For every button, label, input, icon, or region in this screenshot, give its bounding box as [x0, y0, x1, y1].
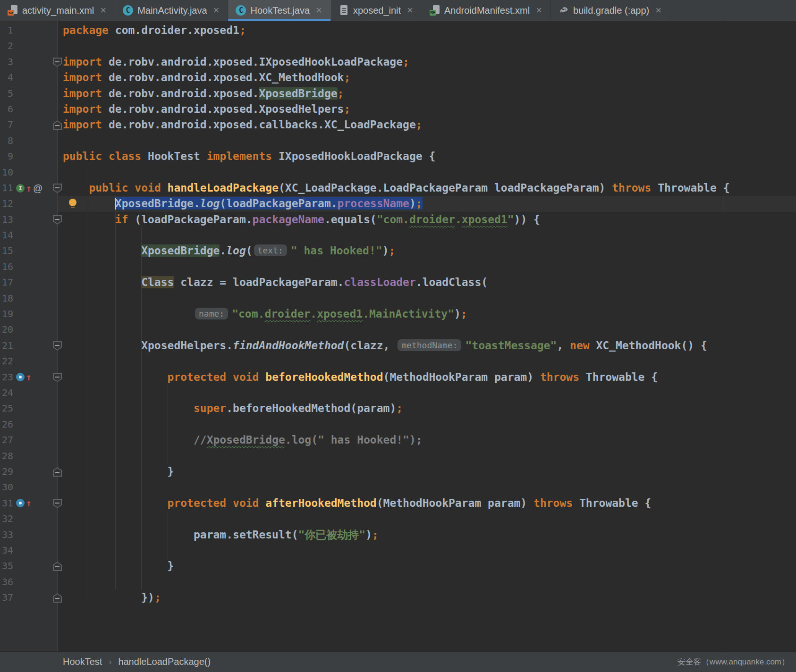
code-line-19[interactable]: name:"com.droider.xposed1.MainActivity")… — [0, 306, 796, 322]
code-token — [259, 371, 265, 383]
code-token: de.robv.android.xposed.callbacks.XC_Load… — [102, 118, 416, 131]
code-token: classLoader — [344, 276, 415, 288]
code-line-37[interactable]: }); — [0, 590, 796, 605]
code-line-25[interactable]: super.beforeHookedMethod(param); — [0, 401, 796, 416]
code-line-32[interactable] — [0, 511, 796, 527]
code-token: , — [557, 339, 570, 352]
close-tab-icon[interactable]: × — [212, 6, 220, 15]
code-token: class — [109, 150, 141, 162]
code-token: ; — [396, 402, 403, 414]
code-line-14[interactable] — [0, 227, 796, 243]
code-token: .equals( — [324, 213, 377, 226]
editor-tab-bar: <>activity_main.xml×CMainActivity.java×C… — [0, 0, 796, 21]
code-token: findAndHookMethod — [233, 339, 344, 352]
code-token: ) — [365, 529, 372, 541]
code-line-27[interactable]: //XposedBridge.log(" has Hooked!"); — [0, 432, 796, 448]
tab-androidmanifest-xml[interactable]: MFAndroidManifest.xml× — [422, 0, 551, 21]
code-token: de.robv.android.xposed.IXposedHookLoadPa… — [102, 56, 403, 68]
java-class-icon: C — [236, 5, 246, 16]
code-line-24[interactable] — [0, 385, 796, 401]
close-tab-icon[interactable]: × — [654, 6, 662, 15]
code-line-36[interactable] — [0, 574, 796, 590]
code-line-23[interactable]: protected void beforeHookedMethod(Method… — [0, 370, 796, 385]
code-token: throws — [533, 497, 573, 509]
code-line-11[interactable]: public void handleLoadPackage(XC_LoadPac… — [0, 180, 796, 196]
code-line-35[interactable]: } — [0, 558, 796, 574]
code-line-8[interactable] — [0, 133, 796, 149]
gradle-icon — [559, 5, 569, 16]
code-line-18[interactable] — [0, 291, 796, 306]
code-line-1[interactable]: package com.droider.xposed1; — [0, 23, 796, 38]
code-line-20[interactable] — [0, 322, 796, 337]
code-token: beforeHookedMethod — [265, 371, 383, 383]
code-token: handleLoadPackage — [168, 182, 279, 194]
code-line-15[interactable]: XposedBridge.log(text:" has Hooked!"); — [0, 243, 796, 259]
breadcrumb-item-hooktest[interactable]: HookTest — [63, 656, 102, 667]
code-line-10[interactable] — [0, 165, 796, 180]
code-token: HookTest — [141, 150, 206, 162]
tab-activity-main-xml[interactable]: <>activity_main.xml× — [0, 0, 115, 21]
tab-hooktest-java[interactable]: CHookTest.java× — [228, 0, 330, 21]
code-token: ; — [338, 87, 344, 100]
code-line-17[interactable]: Class clazz = loadPackageParam.classLoad… — [0, 275, 796, 290]
code-line-16[interactable] — [0, 259, 796, 275]
code-token: " — [508, 213, 514, 226]
code-editor[interactable]: 1234567891011I↑@121314151617181920212223… — [0, 21, 796, 651]
code-line-3[interactable]: import de.robv.android.xposed.IXposedHoo… — [0, 54, 796, 70]
code-token: ( — [246, 244, 253, 257]
close-tab-icon[interactable]: × — [406, 6, 414, 15]
code-line-5[interactable]: import de.robv.android.xposed.XposedBrid… — [0, 86, 796, 101]
code-token: ; — [416, 118, 423, 131]
code-line-7[interactable]: import de.robv.android.xposed.callbacks.… — [0, 117, 796, 133]
tab-mainactivity-java[interactable]: CMainActivity.java× — [115, 0, 228, 21]
code-token: xposed1 — [462, 213, 508, 226]
code-token: .loadClass( — [416, 276, 488, 288]
watermark-text: 安全客（www.anquanke.com） — [677, 656, 796, 667]
parameter-hint: methodName: — [398, 339, 461, 351]
close-tab-icon[interactable]: × — [315, 6, 323, 15]
code-token: "com. — [232, 308, 264, 320]
code-line-2[interactable] — [0, 38, 796, 54]
caret — [115, 198, 116, 210]
code-line-28[interactable] — [0, 448, 796, 464]
code-token: "你已被劫持" — [298, 529, 366, 541]
code-token: if — [115, 213, 128, 226]
code-token: Class — [141, 276, 174, 288]
code-token: com.droider.xposed1 — [109, 24, 239, 36]
code-line-13[interactable]: if (loadPackageParam.packageName.equals(… — [0, 212, 796, 227]
code-line-9[interactable]: public class HookTest implements IXposed… — [0, 149, 796, 164]
parameter-hint: text: — [254, 244, 287, 256]
breadcrumb-item-handleloadpackage[interactable]: handleLoadPackage() — [118, 656, 211, 667]
code-line-31[interactable]: protected void afterHookedMethod(MethodH… — [0, 496, 796, 511]
code-line-26[interactable] — [0, 417, 796, 432]
code-token: package — [63, 24, 109, 36]
code-token: XposedHelpers. — [141, 339, 233, 352]
code-token: ; — [389, 244, 396, 257]
code-token: (XC_LoadPackage.LoadPackageParam loadPac… — [279, 182, 612, 194]
code-line-4[interactable]: import de.robv.android.xposed.XC_MethodH… — [0, 70, 796, 85]
ide-window: <>activity_main.xml×CMainActivity.java×C… — [0, 0, 796, 672]
code-line-30[interactable] — [0, 479, 796, 495]
code-line-29[interactable]: } — [0, 464, 796, 479]
code-line-12[interactable]: XposedBridge.log(loadPackageParam.proces… — [0, 196, 796, 211]
code-line-6[interactable]: import de.robv.android.xposed.XposedHelp… — [0, 101, 796, 117]
code-token: XposedBridge — [259, 87, 337, 100]
tab-xposed-init[interactable]: xposed_init× — [331, 0, 422, 21]
tab-build-gradle-app[interactable]: build.gradle (:app)× — [551, 0, 670, 21]
code-line-33[interactable]: param.setResult("你已被劫持"); — [0, 527, 796, 543]
code-line-21[interactable]: XposedHelpers.findAndHookMethod(clazz, m… — [0, 338, 796, 353]
code-line-22[interactable] — [0, 353, 796, 369]
code-token: ) — [382, 244, 389, 257]
close-tab-icon[interactable]: × — [99, 6, 107, 15]
intention-lightbulb-icon[interactable] — [69, 199, 76, 206]
close-tab-icon[interactable]: × — [535, 6, 543, 15]
text-selection: XposedBridge.log(loadPackageParam.proces… — [115, 197, 423, 210]
code-token: XposedBridge. — [115, 197, 200, 210]
code-token: protected — [168, 497, 227, 509]
code-token: ) — [454, 308, 461, 320]
code-token: void — [233, 371, 259, 383]
code-token: clazz = loadPackageParam. — [174, 276, 344, 288]
code-token: ; — [154, 591, 161, 604]
tab-label: xposed_init — [353, 5, 401, 16]
code-line-34[interactable] — [0, 543, 796, 558]
